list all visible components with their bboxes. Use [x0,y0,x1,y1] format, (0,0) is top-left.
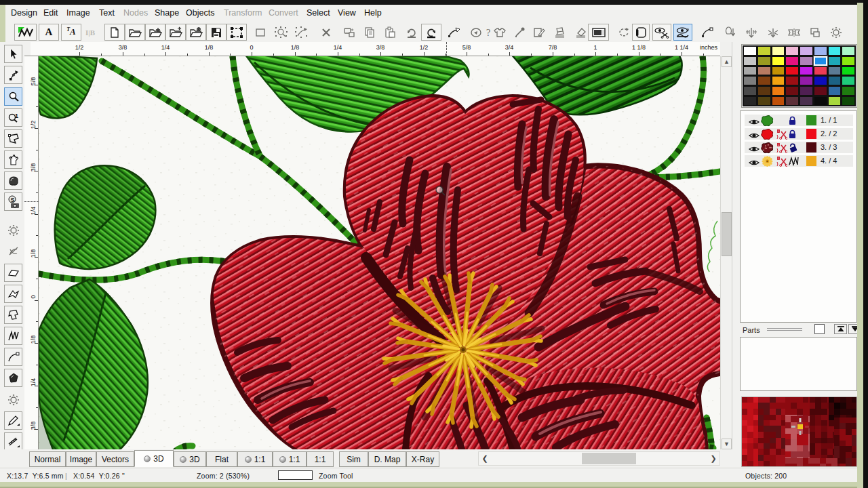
svg-text:1: 1 [15,113,18,119]
svg-text:S: S [10,196,14,203]
